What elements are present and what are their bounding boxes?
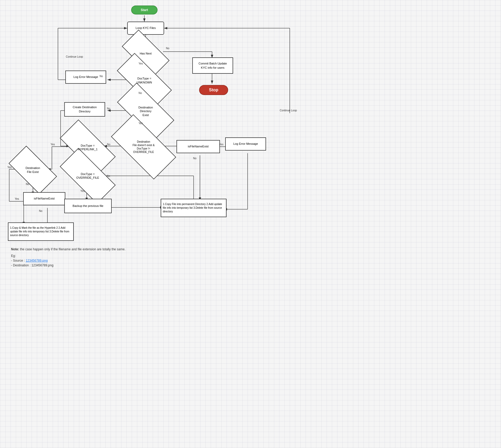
no-destfile-label: No	[107, 143, 110, 146]
source-colon: :	[24, 259, 25, 262]
doctype-override-diamond: DocType = OVERRIDE_FILE	[61, 163, 114, 189]
no-docunknown-label: No	[100, 75, 103, 78]
dest-label: - Destination	[11, 263, 29, 267]
yes-isfilename-right-label: Yes	[219, 143, 223, 146]
source-line: - Source : 123456789.png	[11, 259, 53, 262]
eg-section: Eg: - Source : 123456789.png - Destinati…	[11, 254, 53, 267]
isfilenameexist-right-node: isFileNameExist	[176, 140, 220, 153]
note-section: Note: the case happen only if the filena…	[11, 247, 125, 251]
commit-batch-label: Commit Batch Update KYC info for users	[192, 57, 233, 74]
note-text: the case happen only if the filename and…	[19, 247, 126, 251]
eg-label: Eg:	[11, 254, 53, 258]
source-label: - Source	[11, 259, 23, 262]
yes-docoverride-label: Yes	[80, 190, 85, 192]
dest-dir-exist-label: Destination Directory Exist	[138, 106, 153, 117]
dest-file-exist-label: Destination File Exist	[26, 166, 40, 174]
backup-file-label: Backup the previous file	[64, 199, 112, 213]
has-next-label: Has Next	[140, 52, 151, 55]
note-bold: Note:	[11, 247, 19, 251]
doctype-unknown-diamond: DocType = UNKNOWN	[118, 68, 171, 93]
copy-perm-right-label: 1.Copy File into permanent Directory 2.A…	[161, 199, 227, 217]
no-isfilename-left-label: No	[39, 210, 42, 212]
dest-file-exist-left-diamond: Destination File Exist	[11, 157, 55, 182]
yes-destdir-label: Yes	[139, 122, 143, 125]
loop-kyc-label: Loop KYC Files	[127, 22, 164, 35]
loop-kyc-node: Loop KYC Files	[127, 22, 164, 35]
source-link[interactable]: 123456789.png	[26, 259, 47, 262]
yes-destfileexist-label: Yes	[7, 166, 12, 169]
start-node: Start	[131, 5, 158, 15]
create-dest-dir-label: Create Destination Directory	[64, 102, 105, 117]
no-docoverride-label: No	[107, 175, 110, 177]
continue-loop-top-label: Continue Loop	[66, 55, 83, 58]
doctype-hyperlink1-label: DocType = HYPERLINK_1	[78, 144, 98, 151]
isfilenameexist-left-label: isFileNameExist	[23, 192, 65, 205]
commit-batch-node: Commit Batch Update KYC info for users	[192, 57, 233, 74]
arrows-layer	[0, 0, 501, 448]
flowchart-canvas: Start Loop KYC Files Has Next DocType = …	[0, 0, 501, 448]
create-dest-dir-node: Create Destination Directory	[64, 102, 105, 117]
no-isfilename-right-label: No	[193, 157, 197, 160]
log-error-2-node: Log Error Message	[225, 137, 266, 151]
continue-loop-right-label: Continue Loop	[280, 109, 297, 112]
isfilenameexist-left-node: isFileNameExist	[23, 192, 65, 205]
doctype-unknown-label: DocType = UNKNOWN	[137, 77, 152, 84]
copy-hyperlink2-label: 1.Copy & Mark the file as the Hyperlink …	[8, 222, 74, 241]
yes-hasnext-label: Yes	[139, 62, 143, 65]
dest-file-label: Destination File doesn't exist & DocType…	[132, 140, 155, 154]
copy-hyperlink2-node: 1.Copy & Mark the file as the Hyperlink …	[8, 222, 74, 241]
yes-destfile-label: Yes	[51, 143, 55, 146]
yes-isfilename-left-label: Yes	[15, 197, 19, 200]
doctype-override-label: DocType = OVERRIDE_FILE	[76, 172, 99, 180]
log-error-2-label: Log Error Message	[225, 137, 266, 151]
stop-label: Stop	[199, 85, 228, 95]
isfilenameexist-right-label: isFileNameExist	[176, 140, 220, 153]
dest-colon: : 123456789.png	[30, 263, 53, 267]
no-docunknown2-label: No	[139, 92, 142, 94]
no-hasnext-label: No	[166, 47, 169, 50]
backup-file-node: Backup the previous file	[64, 199, 112, 213]
copy-perm-right-node: 1.Copy File into permanent Directory 2.A…	[161, 199, 227, 217]
dest-line: - Destination : 123456789.png	[11, 263, 53, 267]
stop-node: Stop	[199, 84, 228, 96]
no-destdir-label: No	[107, 107, 110, 110]
dest-file-nodoctype-diamond: Destination File doesn't exist & DocType…	[113, 131, 174, 163]
start-label: Start	[131, 6, 158, 14]
no-destfileexist-label: No	[26, 183, 29, 186]
